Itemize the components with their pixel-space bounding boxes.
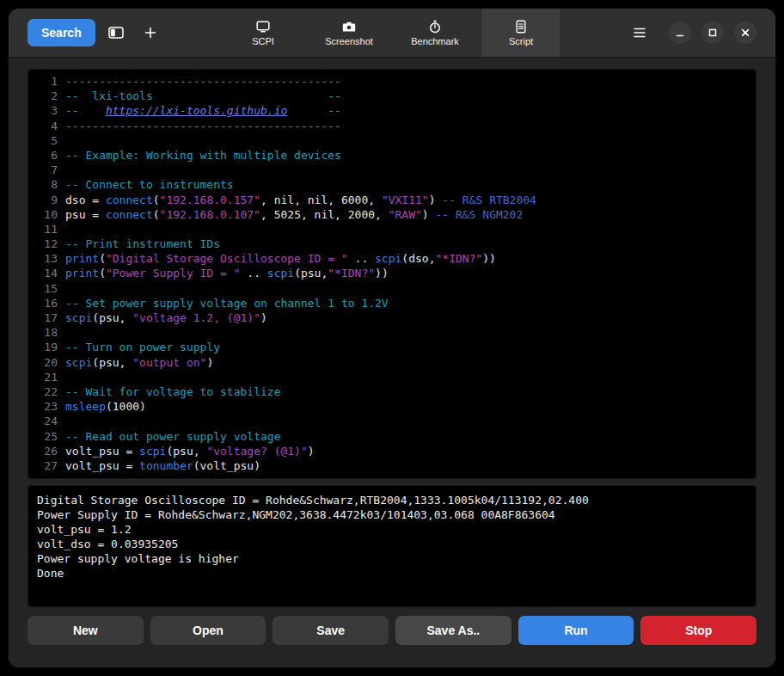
- line-number: 12: [28, 237, 58, 251]
- hamburger-menu-icon: [634, 28, 646, 38]
- code-line: 21: [28, 370, 756, 384]
- open-button[interactable]: Open: [150, 616, 266, 645]
- code-line: 18: [28, 325, 756, 340]
- line-number: 22: [28, 384, 58, 399]
- code-line: 16-- Set power supply voltage on channel…: [28, 296, 756, 310]
- close-icon: [739, 27, 751, 39]
- code-line: 12-- Print instrument IDs: [28, 237, 756, 251]
- line-number: 18: [28, 325, 58, 340]
- lxi-tools-window: Search SCPI: [9, 9, 775, 667]
- code-line: 2-- lxi-tools --: [28, 89, 756, 103]
- line-number: 1: [28, 74, 58, 89]
- code-lines: 1---------------------------------------…: [28, 74, 756, 473]
- tab-label: SCPI: [252, 36, 274, 46]
- line-number: 4: [28, 119, 58, 133]
- code-line: 17scpi(psu, "voltage 1.2, (@1)"): [28, 310, 756, 325]
- code-line: 26volt_psu = scpi(psu, "voltage? (@1)"): [28, 444, 756, 458]
- header-left-cluster: Search: [28, 19, 164, 46]
- code-line: 9dso = connect("192.168.0.157", nil, nil…: [28, 193, 756, 207]
- console-line: Power supply voltage is higher: [37, 551, 747, 566]
- stopwatch-icon: [428, 20, 442, 34]
- tab-scpi[interactable]: SCPI: [224, 9, 302, 57]
- document-icon: [514, 20, 528, 34]
- line-number: 13: [28, 251, 58, 266]
- code-line: 1---------------------------------------…: [28, 74, 756, 89]
- line-number: 6: [28, 148, 58, 163]
- code-line: 15: [28, 281, 756, 296]
- line-number: 26: [28, 444, 58, 458]
- code-line: 20scpi(psu, "output on"): [28, 355, 756, 370]
- tab-bar: SCPI Screenshot Benchmark: [224, 9, 560, 57]
- code-line: 8-- Connect to instruments: [28, 177, 756, 192]
- maximize-button[interactable]: [701, 22, 724, 44]
- code-line: 7: [28, 163, 756, 177]
- line-number: 14: [28, 266, 58, 280]
- line-number: 23: [28, 399, 58, 414]
- display-icon: [256, 20, 270, 34]
- tab-label: Screenshot: [325, 36, 373, 46]
- line-number: 19: [28, 340, 58, 354]
- new-button[interactable]: New: [28, 616, 144, 645]
- run-button[interactable]: Run: [518, 616, 634, 645]
- camera-icon: [342, 20, 356, 34]
- line-number: 5: [28, 133, 58, 148]
- maximize-icon: [707, 27, 719, 39]
- close-button[interactable]: [734, 22, 756, 44]
- save-button[interactable]: Save: [273, 616, 389, 645]
- code-line: 25-- Read out power supply voltage: [28, 429, 756, 444]
- line-number: 3: [28, 103, 58, 118]
- code-line: 22-- Wait for voltage to stabilize: [28, 384, 756, 399]
- line-number: 24: [28, 414, 58, 428]
- line-number: 16: [28, 296, 58, 310]
- code-line: 23msleep(1000): [28, 399, 756, 414]
- tab-screenshot[interactable]: Screenshot: [310, 9, 388, 57]
- code-line: 11: [28, 222, 756, 237]
- line-number: 9: [28, 193, 58, 207]
- sidebar-toggle-icon: [108, 26, 124, 40]
- line-number: 11: [28, 222, 58, 237]
- menu-button[interactable]: [626, 19, 653, 46]
- code-line: 19-- Turn on power supply: [28, 340, 756, 354]
- line-number: 21: [28, 370, 58, 384]
- line-number: 20: [28, 355, 58, 370]
- tab-benchmark[interactable]: Benchmark: [396, 9, 474, 57]
- console-line: Done: [37, 566, 747, 581]
- console-line: volt_psu = 1.2: [37, 522, 747, 537]
- line-number: 17: [28, 310, 58, 325]
- header-right-cluster: [626, 19, 756, 46]
- code-line: 10psu = connect("192.168.0.107", 5025, n…: [28, 207, 756, 222]
- code-line: 3-- https://lxi-tools.github.io --: [28, 103, 756, 118]
- sidebar-toggle-button[interactable]: [102, 19, 130, 46]
- output-console[interactable]: Digital Storage Oscilloscope ID = Rohde&…: [28, 485, 756, 607]
- console-line: volt_dso = 0.03935205: [37, 537, 747, 551]
- console-line: Power Supply ID = Rohde&Schwarz,NGM202,3…: [37, 507, 747, 522]
- line-number: 8: [28, 177, 58, 192]
- action-bar: New Open Save Save As.. Run Stop: [28, 616, 756, 645]
- code-line: 14print("Power Supply ID = " .. scpi(psu…: [28, 266, 756, 280]
- line-number: 27: [28, 458, 58, 473]
- script-editor[interactable]: 1---------------------------------------…: [28, 69, 756, 479]
- line-number: 15: [28, 281, 58, 296]
- new-tab-button[interactable]: [137, 19, 164, 46]
- line-number: 10: [28, 207, 58, 222]
- headerbar: Search SCPI: [9, 9, 775, 58]
- code-line: 13print("Digital Storage Oscilloscope ID…: [28, 251, 756, 266]
- console-lines: Digital Storage Oscilloscope ID = Rohde&…: [37, 493, 747, 581]
- tab-script[interactable]: Script: [482, 9, 560, 57]
- code-line: 27volt_psu = tonumber(volt_psu): [28, 458, 756, 473]
- minimize-icon: [674, 27, 686, 39]
- line-number: 2: [28, 89, 58, 103]
- code-line: 5: [28, 133, 756, 148]
- tab-label: Script: [509, 36, 533, 46]
- plus-icon: [144, 27, 156, 39]
- code-line: 4---------------------------------------…: [28, 119, 756, 133]
- save-as-button[interactable]: Save As..: [395, 616, 511, 645]
- tab-label: Benchmark: [411, 36, 459, 46]
- code-line: 24: [28, 414, 756, 428]
- line-number: 25: [28, 429, 58, 444]
- stop-button[interactable]: Stop: [640, 616, 756, 645]
- minimize-button[interactable]: [669, 22, 691, 44]
- line-number: 7: [28, 163, 58, 177]
- code-line: 6-- Example: Working with multiple devic…: [28, 148, 756, 163]
- search-button[interactable]: Search: [28, 19, 95, 46]
